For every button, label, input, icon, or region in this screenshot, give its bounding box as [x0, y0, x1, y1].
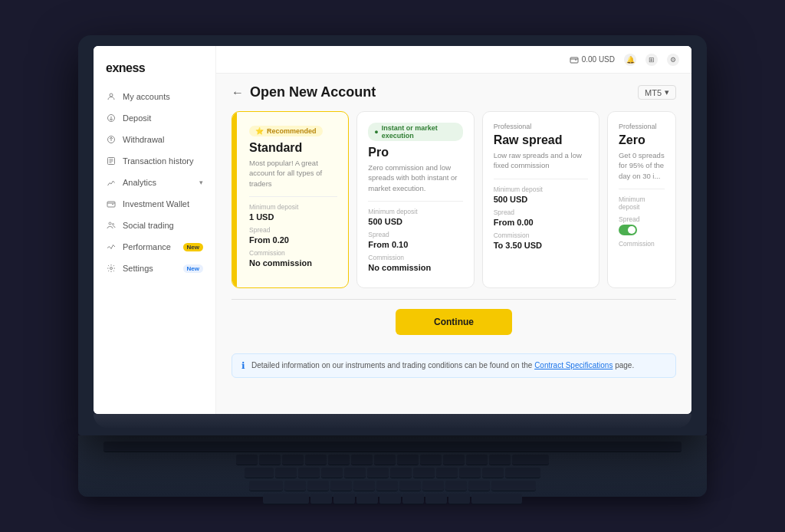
key — [321, 468, 343, 478]
platform-badge[interactable]: MT5 ▾ — [638, 85, 676, 100]
key-row-1 — [103, 442, 682, 452]
raw-spread-title: Raw spread — [494, 133, 588, 147]
standard-min-deposit: Minimum deposit 1 USD — [249, 203, 337, 222]
key-enter — [491, 481, 536, 491]
screen: exness My accounts Deposit — [94, 46, 691, 414]
raw-spread-subtitle: Low raw spreads and a low fixed commissi… — [494, 150, 588, 171]
key — [376, 481, 398, 491]
key — [236, 455, 258, 465]
info-text: Detailed information on our instruments … — [251, 361, 634, 369]
key — [466, 455, 488, 465]
sidebar-item-deposit[interactable]: Deposit — [94, 107, 215, 129]
zero-toggle[interactable] — [619, 225, 637, 235]
sidebar-label-investment-wallet: Investment Wallet — [123, 199, 189, 209]
top-bar: 0.00 USD 🔔 ⊞ ⚙ — [216, 46, 691, 74]
sidebar-item-settings[interactable]: Settings New — [94, 258, 215, 279]
key-shift-l — [263, 494, 309, 504]
svg-rect-8 — [570, 57, 578, 63]
zero-subtitle: Get 0 spreads for 95% of the day on 30 i… — [619, 150, 665, 181]
sidebar-item-social-trading[interactable]: Social trading — [94, 215, 215, 236]
key-row-4 — [103, 481, 682, 491]
main-content: 0.00 USD 🔔 ⊞ ⚙ ← Open New Account — [216, 46, 691, 414]
key — [307, 481, 329, 491]
page-body: ← Open New Account MT5 ▾ — [216, 74, 691, 414]
key — [374, 455, 396, 465]
settings-badge: New — [183, 264, 203, 273]
raw-spread: Spread From 0.00 — [494, 209, 588, 227]
key — [351, 455, 373, 465]
sidebar: exness My accounts Deposit — [94, 46, 216, 414]
back-button[interactable]: ← — [232, 86, 244, 100]
bell-icon[interactable]: 🔔 — [624, 54, 636, 66]
page-title-text: Open New Account — [250, 84, 376, 100]
info-icon: ℹ — [241, 360, 245, 371]
zero-commission: Commission — [619, 240, 665, 248]
person-icon — [106, 91, 117, 102]
key — [402, 494, 424, 504]
topbar-settings-icon[interactable]: ⚙ — [667, 54, 679, 66]
svg-point-7 — [110, 268, 113, 270]
contract-spec-link[interactable]: Contract Specifications — [534, 361, 613, 369]
key — [468, 481, 490, 491]
key — [422, 481, 444, 491]
sidebar-label-performance: Performance — [123, 242, 171, 251]
zero-title: Zero — [619, 133, 665, 147]
laptop-base — [94, 414, 691, 428]
key — [282, 455, 304, 465]
card-zero[interactable]: Professional Zero Get 0 spreads for 95% … — [607, 111, 676, 288]
sidebar-item-analytics[interactable]: Analytics ▾ — [94, 172, 215, 193]
key — [459, 468, 481, 478]
key-shift-r — [471, 494, 522, 504]
sidebar-label-transaction-history: Transaction history — [123, 156, 194, 166]
standard-badge: ⭐ Recommended — [249, 126, 323, 136]
sidebar-item-transaction-history[interactable]: Transaction history — [94, 150, 215, 172]
card-raw-spread[interactable]: Professional Raw spread Low raw spreads … — [482, 111, 599, 288]
key-enter-top — [505, 468, 540, 478]
sidebar-label-settings: Settings — [123, 264, 153, 273]
key — [259, 455, 281, 465]
sidebar-label-social-trading: Social trading — [123, 221, 174, 230]
raw-commission: Commission To 3.50 USD — [494, 232, 588, 250]
key — [330, 481, 352, 491]
sidebar-item-performance[interactable]: Performance New — [94, 236, 215, 258]
standard-subtitle: Most popular! A great account for all ty… — [249, 158, 337, 189]
key — [413, 468, 435, 478]
key-caps — [249, 481, 283, 491]
key — [275, 468, 297, 478]
pro-commission: Commission No commission — [368, 254, 462, 272]
page-header: ← Open New Account MT5 ▾ — [232, 84, 676, 100]
key — [333, 494, 355, 504]
key — [356, 494, 378, 504]
svg-rect-4 — [107, 202, 115, 207]
sidebar-label-my-accounts: My accounts — [123, 92, 170, 101]
laptop-keyboard — [78, 435, 707, 497]
zero-spread: Spread — [619, 215, 665, 235]
pro-spread: Spread From 0.10 — [368, 231, 462, 249]
sidebar-label-deposit: Deposit — [123, 113, 151, 123]
sidebar-item-withdrawal[interactable]: Withdrawal — [94, 129, 215, 150]
sidebar-item-investment-wallet[interactable]: Investment Wallet — [94, 193, 215, 215]
key — [448, 494, 470, 504]
keyboard-function-row — [103, 442, 682, 452]
raw-min-deposit: Minimum deposit 500 USD — [494, 186, 588, 204]
continue-button[interactable]: Continue — [396, 309, 512, 335]
zero-badge-text: Professional — [619, 123, 665, 130]
laptop-container: exness My accounts Deposit — [78, 35, 707, 497]
logo: exness — [94, 55, 215, 86]
key-row-3 — [103, 468, 682, 478]
svg-point-5 — [109, 222, 111, 225]
key — [443, 455, 465, 465]
card-pro[interactable]: ● Instant or market execution Pro Zero c… — [356, 111, 474, 288]
key — [379, 494, 401, 504]
pro-title: Pro — [368, 146, 462, 159]
pro-subtitle: Zero commission and low spreads with bot… — [368, 163, 462, 193]
svg-point-0 — [110, 94, 113, 97]
key — [328, 455, 350, 465]
card-standard[interactable]: ⭐ Recommended Standard Most popular! A g… — [232, 111, 349, 288]
key — [425, 494, 447, 504]
sidebar-item-my-accounts[interactable]: My accounts — [94, 86, 215, 107]
key-backspace — [512, 455, 549, 465]
standard-tag — [232, 112, 237, 287]
grid-icon[interactable]: ⊞ — [645, 54, 658, 66]
key — [390, 468, 412, 478]
